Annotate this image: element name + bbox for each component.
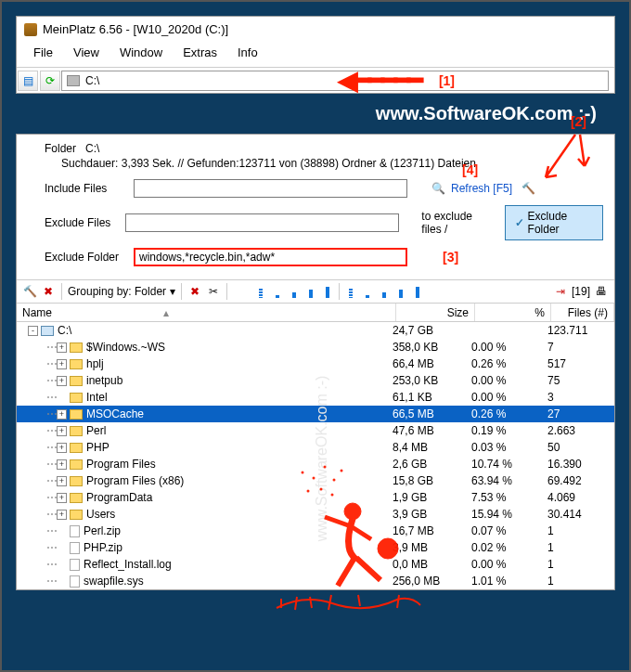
address-bar[interactable]: C:\ ◀━━━━━ [1] <box>61 71 609 91</box>
item-percent: 7.53 % <box>471 491 547 504</box>
item-files: 123.711 <box>547 324 611 337</box>
table-row[interactable]: ⋯+hplj66,4 MB0.26 %517 <box>17 355 614 372</box>
item-files: 16.390 <box>547 458 611 471</box>
item-name: Program Files (x86) <box>86 474 184 487</box>
grid-body: -C:\24,7 GB123.711⋯+$Windows.~WS358,0 KB… <box>17 322 614 589</box>
header-name[interactable]: Name▴ <box>17 304 396 321</box>
exclude-folder-button[interactable]: Exclude Folder <box>505 205 603 240</box>
menu-file[interactable]: File <box>24 44 62 61</box>
table-row[interactable]: ⋯+Users3,9 GB15.94 %30.414 <box>17 506 614 523</box>
header-size[interactable]: Size <box>396 304 475 321</box>
tool-icon-2[interactable]: ✖ <box>41 284 56 299</box>
toolbar-refresh-icon[interactable]: ⟳ <box>40 71 60 91</box>
expand-icon[interactable]: + <box>57 493 67 503</box>
exclude-files-label: Exclude Files <box>45 216 120 229</box>
print-icon[interactable]: 🖶 <box>594 284 609 299</box>
depth-bars-2[interactable] <box>345 285 423 298</box>
filter-panel: Folder C:\ Suchdauer: 3,393 Sek. // Gefu… <box>17 135 614 279</box>
item-files: 517 <box>547 357 611 370</box>
hammer-icon[interactable]: 🔨 <box>522 182 535 195</box>
annotation-marker-2: [2] <box>571 114 586 129</box>
refresh-link[interactable]: Refresh [F5] <box>451 182 512 195</box>
file-icon <box>70 542 80 554</box>
item-name: PHP.zip <box>84 541 122 554</box>
exclude-files-input[interactable] <box>125 213 399 232</box>
table-row[interactable]: ⋯+Program Files2,6 GB10.74 %16.390 <box>17 456 614 472</box>
include-files-input[interactable] <box>134 179 407 198</box>
address-toolbar: ▤ ⟳ C:\ ◀━━━━━ [1] <box>17 67 614 93</box>
menu-info[interactable]: Info <box>228 44 267 61</box>
expand-icon[interactable]: + <box>57 476 67 486</box>
menu-window[interactable]: Window <box>110 44 172 61</box>
magnify-icon[interactable]: 🔍 <box>431 182 445 195</box>
app-window-bottom: [2] Folder C:\ Suchdauer: 3,393 Sek. // … <box>16 134 615 590</box>
item-name: MSOCache <box>86 407 144 420</box>
header-files[interactable]: Files (#) <box>551 304 614 321</box>
item-files: 75 <box>547 374 611 387</box>
exclude-folder-input[interactable] <box>134 248 407 266</box>
item-files: 27 <box>547 407 611 420</box>
grid-header: Name▴ Size % Files (#) <box>17 304 614 322</box>
item-size: 2,6 GB <box>393 458 471 471</box>
expand-icon[interactable]: + <box>57 376 67 386</box>
item-percent: 0.00 % <box>471 341 547 354</box>
item-size: 3,9 GB <box>393 508 471 521</box>
item-files: 4.069 <box>547 491 611 504</box>
expand-icon[interactable]: + <box>57 342 67 353</box>
export-icon[interactable]: ⇥ <box>553 284 568 299</box>
expand-icon[interactable]: + <box>57 443 67 453</box>
menu-view[interactable]: View <box>64 44 109 61</box>
table-row[interactable]: -C:\24,7 GB123.711 <box>17 322 614 339</box>
delete-icon[interactable]: ✖ <box>187 284 202 299</box>
table-row[interactable]: ⋯PHP.zip3,9 MB0.02 %1 <box>17 539 614 556</box>
item-size: 16,7 MB <box>393 524 471 537</box>
expand-icon[interactable]: + <box>57 359 67 369</box>
item-percent: 0.26 % <box>471 407 547 420</box>
item-size: 3,9 MB <box>393 541 471 554</box>
grouping-label[interactable]: Grouping by: Folder <box>68 285 166 298</box>
expand-icon[interactable]: + <box>57 459 67 470</box>
dropdown-icon[interactable]: ▾ <box>170 285 175 298</box>
item-percent: 0.07 % <box>471 524 547 537</box>
item-name: Users <box>86 508 115 521</box>
table-row[interactable]: ⋯Reflect_Install.log0,0 MB0.00 %1 <box>17 556 614 573</box>
expand-icon[interactable]: - <box>28 326 38 336</box>
address-text: C:\ <box>85 74 99 87</box>
item-files: 50 <box>547 441 611 454</box>
item-name: Program Files <box>86 458 156 471</box>
item-files: 30.414 <box>547 508 611 521</box>
fold-icon <box>70 493 83 503</box>
table-row[interactable]: ⋯+ProgramData1,9 GB7.53 %4.069 <box>17 489 614 506</box>
table-row[interactable]: ⋯Perl.zip16,7 MB0.07 %1 <box>17 523 614 539</box>
tool-icon-1[interactable]: 🔨 <box>22 284 37 299</box>
table-row[interactable]: ⋯+$Windows.~WS358,0 KB0.00 %7 <box>17 339 614 355</box>
menu-extras[interactable]: Extras <box>174 44 226 61</box>
table-row[interactable]: ⋯+Program Files (x86)15,8 GB63.94 %69.49… <box>17 472 614 489</box>
fold-icon <box>70 409 83 420</box>
expand-icon[interactable]: + <box>57 510 67 520</box>
item-size: 61,1 KB <box>393 391 471 404</box>
table-row[interactable]: ⋯Intel61,1 KB0.00 %3 <box>17 389 614 406</box>
depth-bars[interactable] <box>255 285 333 298</box>
item-size: 256,0 MB <box>393 575 471 588</box>
scan-stats: Suchdauer: 3,393 Sek. // Gefunden:123711… <box>61 157 603 170</box>
menu-bar: File View Window Extras Info <box>17 42 614 67</box>
cut-icon[interactable]: ✂ <box>206 284 221 299</box>
item-size: 24,7 GB <box>393 324 471 337</box>
item-percent: 0.26 % <box>471 357 547 370</box>
item-name: Intel <box>86 391 108 404</box>
expand-icon[interactable]: + <box>57 426 67 436</box>
table-row[interactable]: ⋯+Perl47,6 MB0.19 %2.663 <box>17 422 614 439</box>
item-size: 1,9 GB <box>393 491 471 504</box>
item-size: 66,4 MB <box>393 357 471 370</box>
table-row[interactable]: ⋯+PHP8,4 MB0.03 %50 <box>17 439 614 456</box>
table-row[interactable]: ⋯swapfile.sys256,0 MB1.01 %1 <box>17 573 614 589</box>
toolbar-explorer-icon[interactable]: ▤ <box>18 71 38 91</box>
table-row[interactable]: ⋯+inetpub253,0 KB0.00 %75 <box>17 372 614 389</box>
table-row[interactable]: ⋯+MSOCache66,5 MB0.26 %27 <box>17 406 614 422</box>
annotation-marker-1: [1] <box>439 73 455 88</box>
expand-icon[interactable]: + <box>57 409 67 420</box>
watermark-url: www.SoftwareOK.com :-) <box>16 94 615 134</box>
header-percent[interactable]: % <box>475 304 551 321</box>
folder-path: C:\ <box>85 142 99 155</box>
